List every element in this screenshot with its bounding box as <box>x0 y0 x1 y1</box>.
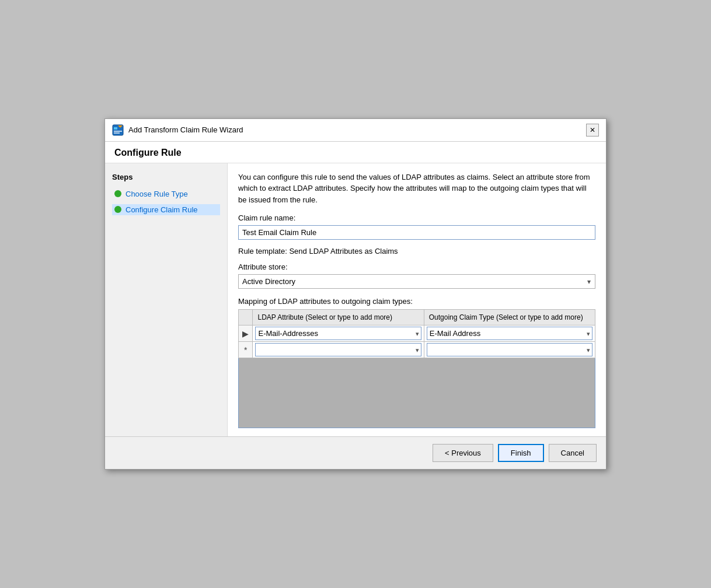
svg-rect-3 <box>114 132 120 134</box>
title-bar-left: Add Transform Claim Rule Wizard <box>112 124 243 136</box>
col-header-indicator <box>239 310 253 326</box>
col-header-ldap: LDAP Attribute (Select or type to add mo… <box>253 310 424 326</box>
outgoing-cell-1: E-Mail Address <box>424 326 595 342</box>
main-panel: You can configure this rule to send the … <box>228 163 606 437</box>
sidebar: Steps Choose Rule Type Configure Claim R… <box>105 163 228 437</box>
outgoing-select-wrapper-2 <box>427 343 592 356</box>
ldap-select-2[interactable] <box>255 343 421 356</box>
title-bar: Add Transform Claim Rule Wizard ✕ <box>105 119 606 142</box>
outgoing-select-1[interactable]: E-Mail Address <box>427 327 592 340</box>
svg-rect-2 <box>114 131 122 132</box>
table-row-empty: * <box>239 342 595 358</box>
claim-rule-name-input[interactable] <box>238 225 595 240</box>
attribute-store-wrapper: Active Directory <box>238 274 595 289</box>
footer: < Previous Finish Cancel <box>105 436 606 469</box>
step-dot-1 <box>114 190 121 197</box>
wizard-icon <box>112 124 124 136</box>
outgoing-select-2[interactable] <box>427 343 592 356</box>
content-area: Steps Choose Rule Type Configure Claim R… <box>105 163 606 437</box>
page-title: Configure Rule <box>105 142 606 163</box>
mapping-empty-area <box>238 358 595 428</box>
step-dot-2 <box>114 206 121 213</box>
finish-button[interactable]: Finish <box>498 444 544 462</box>
sidebar-title: Steps <box>112 173 220 181</box>
mapping-table: LDAP Attribute (Select or type to add mo… <box>238 309 595 358</box>
ldap-cell-1: E-Mail-Addresses <box>253 326 424 342</box>
ldap-select-1[interactable]: E-Mail-Addresses <box>255 327 421 340</box>
ldap-select-wrapper-1: E-Mail-Addresses <box>255 327 421 340</box>
dialog-title: Add Transform Claim Rule Wizard <box>128 125 243 134</box>
dialog: Add Transform Claim Rule Wizard ✕ Config… <box>104 118 607 470</box>
row-indicator-2: * <box>239 342 253 358</box>
sidebar-item-choose-rule-type[interactable]: Choose Rule Type <box>112 188 220 200</box>
table-row: ▶ E-Mail-Addresses E-Mail Add <box>239 326 595 342</box>
previous-button[interactable]: < Previous <box>433 444 493 462</box>
description-text: You can configure this rule to send the … <box>238 172 595 206</box>
sidebar-item-configure-claim-rule[interactable]: Configure Claim Rule <box>112 204 220 215</box>
sidebar-item-label-2: Configure Claim Rule <box>126 205 198 214</box>
outgoing-select-wrapper-1: E-Mail Address <box>427 327 592 340</box>
ldap-select-wrapper-2 <box>255 343 421 356</box>
outgoing-cell-2 <box>424 342 595 358</box>
attribute-store-label: Attribute store: <box>238 262 595 271</box>
mapping-label: Mapping of LDAP attributes to outgoing c… <box>238 297 595 306</box>
sidebar-item-label-1: Choose Rule Type <box>126 190 188 198</box>
close-icon: ✕ <box>590 126 595 134</box>
row-indicator-1: ▶ <box>239 326 253 342</box>
attribute-store-select[interactable]: Active Directory <box>238 274 595 289</box>
rule-template-text: Rule template: Send LDAP Attributes as C… <box>238 247 595 256</box>
claim-rule-name-label: Claim rule name: <box>238 214 595 222</box>
col-header-outgoing: Outgoing Claim Type (Select or type to a… <box>424 310 595 326</box>
cancel-button[interactable]: Cancel <box>549 444 597 462</box>
svg-rect-1 <box>114 127 117 130</box>
ldap-cell-2 <box>253 342 424 358</box>
close-button[interactable]: ✕ <box>586 124 599 136</box>
